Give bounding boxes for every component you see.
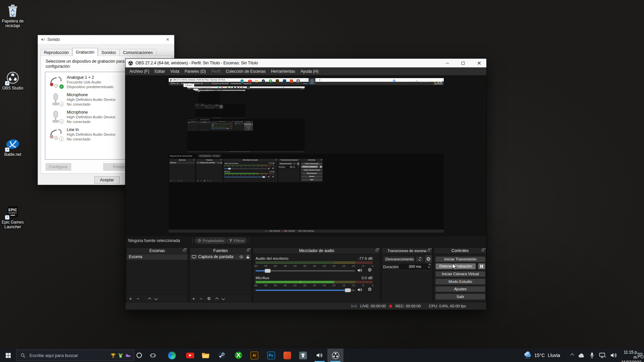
maximize-button[interactable] — [455, 59, 471, 67]
duration-input[interactable]: 300 ms — [398, 263, 431, 270]
studio-mode-button[interactable]: Modo Estudio — [435, 279, 485, 285]
popout-icon[interactable] — [183, 249, 185, 251]
taskbar-steam[interactable] — [215, 349, 228, 362]
add-scene-button[interactable]: + — [127, 296, 134, 301]
notification-center-button[interactable]: 1 — [637, 349, 644, 362]
scenes-dock-header[interactable]: Escenas — [127, 248, 187, 254]
taskbar-file-explorer[interactable] — [199, 349, 212, 362]
search-input[interactable] — [29, 353, 99, 358]
transition-select-spinner[interactable] — [416, 256, 424, 262]
obs-titlebar[interactable]: OBS 27.2.4 (64-bit, windows) - Perfil: S… — [125, 59, 486, 67]
settings-button[interactable]: Ajustes — [435, 286, 485, 292]
move-source-down-button[interactable] — [220, 296, 227, 301]
desktop-icon-battle-net[interactable]: ↗ Battle.net — [0, 137, 25, 157]
task-view-button[interactable] — [146, 349, 160, 362]
slider-handle[interactable] — [345, 288, 351, 292]
accept-button[interactable]: Aceptar — [94, 176, 120, 184]
desktop-icon-recycle-bin[interactable]: Papelera de reciclaje — [0, 4, 25, 28]
transitions-dock-header[interactable]: Transiciones de escena — [382, 248, 432, 254]
close-icon[interactable]: ✕ — [165, 37, 171, 42]
menu-paneles[interactable]: Paneles (D) — [182, 69, 209, 74]
source-properties-button[interactable]: ⚙ — [205, 296, 213, 301]
tab-reproduccion[interactable]: Reproducción — [41, 49, 72, 56]
recording-dot-icon — [389, 305, 392, 308]
tray-microphone[interactable] — [588, 349, 596, 362]
taskbar-illustrator[interactable]: Ai — [248, 349, 261, 362]
desktop-icon-obs-studio[interactable]: ↗ OBS Studio — [0, 71, 25, 90]
remove-source-button[interactable]: − — [197, 296, 205, 301]
tray-volume[interactable] — [608, 349, 619, 362]
menu-archivo[interactable]: Archivo (F) — [127, 69, 152, 74]
live-time: LIVE: 00:00:00 — [360, 304, 386, 308]
menu-ayuda[interactable]: Ayuda (H) — [298, 69, 321, 74]
popout-icon[interactable] — [247, 249, 249, 251]
lock-icon[interactable] — [246, 255, 250, 259]
taskbar-office[interactable] — [280, 349, 294, 362]
menu-editar[interactable]: Editar — [152, 69, 168, 74]
taskbar-obs[interactable] — [327, 349, 343, 362]
minimize-button[interactable] — [440, 59, 455, 67]
taskbar-photoshop[interactable]: Ps — [264, 349, 278, 362]
slider-handle[interactable] — [265, 269, 271, 273]
start-virtual-camera-button[interactable]: Iniciar Cámara Virtual — [435, 271, 485, 277]
move-scene-up-button[interactable] — [146, 296, 153, 301]
controls-dock-header[interactable]: Controles — [434, 248, 486, 254]
tab-grabacion[interactable]: Grabación — [72, 48, 98, 56]
tray-clock[interactable]: 11:15 p. m. 15/07/2022 — [621, 350, 638, 362]
scene-transitions-dock: Transiciones de escena Desvanecimiento ⚙… — [381, 247, 432, 303]
popout-icon[interactable] — [428, 249, 430, 251]
transition-settings-button[interactable]: ⚙ — [425, 255, 432, 263]
preview-canvas[interactable]: Papelera de reciclaje ↗ OBS Studio ↗ Bat… — [169, 78, 444, 233]
rca-cable-icon: ↓ — [48, 128, 63, 141]
properties-button[interactable]: ⚙ Propiedades — [195, 237, 227, 244]
menu-perfil[interactable]: Perfil — [209, 69, 223, 74]
taskbar-sound-dialog[interactable] — [312, 349, 327, 362]
move-scene-down-button[interactable] — [153, 296, 160, 301]
sources-dock-header[interactable]: Fuentes — [190, 248, 251, 254]
filters-button[interactable]: Filtros — [226, 237, 247, 244]
add-source-button[interactable]: + — [190, 296, 197, 301]
sound-dialog-titlebar[interactable]: Sonido ✕ — [38, 35, 174, 44]
exit-button[interactable]: Salir — [435, 294, 485, 300]
pause-recording-button[interactable] — [478, 263, 485, 269]
tray-network[interactable] — [598, 349, 608, 362]
channel-name: Audio del escritorio — [256, 256, 288, 260]
visibility-eye-icon[interactable] — [239, 255, 244, 258]
mute-speaker-icon[interactable] — [357, 268, 363, 274]
mixer-dock-header[interactable]: Mezclador de audio — [253, 248, 380, 254]
start-button[interactable] — [0, 349, 16, 362]
scene-list-item[interactable]: Escena — [127, 254, 187, 260]
mute-speaker-icon[interactable] — [357, 287, 363, 293]
volume-slider[interactable] — [256, 269, 355, 273]
popout-icon[interactable] — [482, 249, 484, 251]
tray-expand-button[interactable] — [568, 349, 576, 362]
tab-comunicaciones[interactable]: Comunicaciones — [120, 49, 156, 56]
taskbar-edge[interactable] — [165, 349, 178, 362]
duration-spinner[interactable] — [428, 264, 430, 268]
move-source-up-button[interactable] — [213, 296, 220, 301]
volume-slider[interactable] — [256, 288, 355, 292]
source-list-item[interactable]: Captura de pantalla — [190, 254, 251, 260]
tab-sonidos[interactable]: Sonidos — [98, 49, 119, 56]
menu-coleccion-de-escenas[interactable]: Colección de Escenas — [223, 69, 268, 74]
tray-onedrive[interactable] — [577, 349, 586, 362]
taskbar-tshirt-app[interactable] — [296, 349, 310, 362]
taskbar-youtube[interactable] — [183, 349, 197, 362]
menu-vista[interactable]: Vista — [168, 69, 182, 74]
close-button[interactable]: ✕ — [471, 59, 487, 67]
menu-herramientas[interactable]: Herramientas — [268, 69, 298, 74]
remove-scene-button[interactable]: − — [134, 296, 142, 301]
channel-settings-icon[interactable]: ⚙ — [368, 287, 372, 292]
cortana-button[interactable] — [132, 349, 146, 362]
channel-settings-icon[interactable]: ⚙ — [368, 267, 372, 273]
microphone-device-icon: ↓ — [48, 93, 63, 106]
configure-button[interactable]: Configurar — [46, 163, 71, 171]
start-streaming-button[interactable]: Iniciar Transmisión — [435, 256, 485, 262]
taskbar-search-box[interactable]: 521 — [16, 350, 134, 361]
popout-icon[interactable] — [376, 249, 378, 251]
transition-select[interactable]: Desvanecimiento — [383, 256, 415, 262]
taskbar-xbox[interactable] — [232, 349, 245, 362]
duration-label: Duración — [383, 265, 398, 269]
desktop-icon-epic-games[interactable]: EPIC GAMES ↗ Epic Games Launcher — [0, 205, 25, 229]
weather-widget[interactable]: 15°C Lluvia — [523, 349, 560, 362]
